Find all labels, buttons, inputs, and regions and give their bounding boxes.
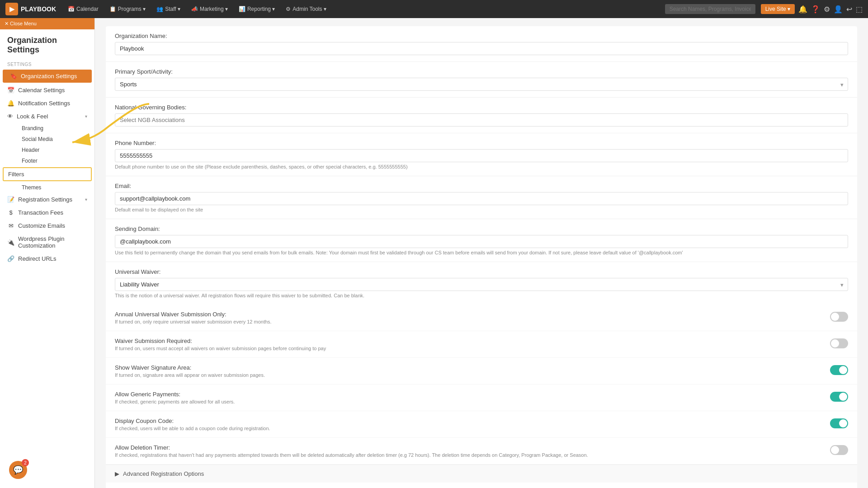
logo-icon: ▶ [5,3,18,15]
user-icon[interactable]: 👤 [834,5,843,14]
annual-waiver-toggle-row: Annual Universal Waiver Submission Only:… [106,305,857,331]
sidebar-label-filters: Filters [8,171,24,178]
sidebar-item-footer[interactable]: Footer [14,155,94,166]
sidebar: ✕ Close Menu Organization Settings SETTI… [0,18,95,488]
plugin-icon: 🔌 [7,239,14,246]
annual-waiver-label: Annual Universal Waiver Submission Only: [115,311,272,318]
sidebar-item-notification-settings[interactable]: 🔔 Notification Settings [0,97,94,110]
settings-icon[interactable]: ⚙ [824,5,830,14]
sidebar-item-themes[interactable]: Themes [14,182,94,193]
phone-label: Phone Number: [115,140,848,146]
universal-waiver-select[interactable]: Liability Waiver [115,278,848,291]
generic-payments-label: Allow Generic Payments: [115,391,235,398]
nav-calendar[interactable]: 📅 Calendar [63,4,103,14]
sending-domain-input[interactable] [115,235,848,248]
sidebar-label-branding: Branding [22,125,43,131]
sidebar-item-header[interactable]: Header [14,145,94,155]
deletion-timer-info: Allow Deletion Timer: If checked, regist… [115,444,588,458]
waiver-required-info: Waiver Submission Required: If turned on… [115,338,326,351]
email-group: Email: Default email to be displayed on … [106,176,857,219]
phone-input[interactable] [115,149,848,162]
look-feel-submenu: Branding Social Media Header Footer [0,123,94,166]
waiver-required-toggle[interactable] [830,338,848,348]
sidebar-item-wordpress[interactable]: 🔌 Wordpress Plugin Customization [0,232,94,252]
waiver-signature-toggle-row: Show Waiver Signature Area: If turned on… [106,358,857,385]
chevron-icon: ▾ [85,114,87,119]
sidebar-item-customize-emails[interactable]: ✉ Customize Emails [0,219,94,232]
sidebar-label-calendar: Calendar Settings [18,87,65,94]
notifications-icon[interactable]: 🔔 [798,5,807,14]
universal-waiver-select-wrapper: Liability Waiver [115,278,848,291]
coupon-code-info: Display Coupon Code: If checked, users w… [115,418,270,431]
dollar-icon: $ [7,209,14,216]
nav-programs[interactable]: 📋 Programs ▾ [105,4,150,14]
chevron-reg-icon: ▾ [85,197,87,202]
link-icon: 🔗 [7,255,14,262]
waiver-required-label: Waiver Submission Required: [115,338,326,344]
email-label: Email: [115,183,848,189]
sidebar-item-calendar-settings[interactable]: 📅 Calendar Settings [0,84,94,97]
phone-hint: Default phone number to use on the site … [115,164,848,169]
chat-badge: 2 [22,459,29,466]
annual-waiver-toggle[interactable] [830,312,848,322]
sidebar-item-organization-settings[interactable]: 🔖 Organization Settings [3,70,92,83]
waiver-signature-toggle[interactable] [830,365,848,375]
coupon-code-label: Display Coupon Code: [115,418,270,424]
sidebar-label-themes: Themes [22,184,41,191]
sidebar-title: Organization Settings [0,29,94,58]
advanced-label: Advanced Registration Options [123,470,204,477]
exit-icon[interactable]: ⬚ [856,5,863,14]
sidebar-label-notification: Notification Settings [18,100,70,107]
sidebar-item-look-feel[interactable]: 👁 Look & Feel ▾ [0,110,94,123]
nav-reporting[interactable]: 📊 Reporting ▾ [234,4,279,14]
sidebar-item-transaction-fees[interactable]: $ Transaction Fees [0,206,94,219]
sidebar-item-branding[interactable]: Branding [14,123,94,134]
sidebar-item-registration-settings[interactable]: 📝 Registration Settings ▾ [0,193,94,206]
settings-section-label: SETTINGS [0,58,94,69]
live-site-button[interactable]: Live Site ▾ [761,4,795,14]
sending-domain-hint: Use this field to permanently change the… [115,250,848,255]
coupon-code-toggle[interactable] [830,418,848,428]
governing-bodies-input[interactable] [115,113,848,127]
sidebar-item-redirect-urls[interactable]: 🔗 Redirect URLs [0,252,94,265]
close-menu-button[interactable]: ✕ Close Menu [0,18,94,29]
chat-widget[interactable]: 2 💬 [9,461,27,479]
org-name-input[interactable] [115,42,848,55]
coupon-code-desc: If checked, users will be able to add a … [115,426,270,431]
sidebar-item-social-media[interactable]: Social Media [14,134,94,145]
deletion-timer-desc: If checked, registrations that haven't h… [115,452,588,458]
app-logo[interactable]: ▶ PLAYBOOK [5,3,56,15]
main-content: Organization Settings ? Organization Nam… [95,0,868,488]
global-search[interactable] [665,4,755,14]
universal-waiver-label: Universal Waiver: [115,268,848,275]
advanced-registration-options[interactable]: ▶ Advanced Registration Options [106,465,857,483]
primary-sport-group: Primary Sport/Activity: Sports Arts Educ… [106,62,857,97]
primary-sport-select[interactable]: Sports Arts Education Fitness [115,78,848,91]
governing-bodies-group: National Governing Bodies: [106,98,857,133]
deletion-timer-toggle[interactable] [830,445,848,455]
sidebar-label-registration: Registration Settings [18,196,72,203]
email-input[interactable] [115,192,848,205]
org-name-group: Organization Name: [106,26,857,61]
sidebar-label-header: Header [22,147,39,153]
sidebar-label-customize-emails: Customize Emails [18,222,65,229]
nav-admin-tools[interactable]: ⚙ Admin Tools ▾ [281,4,330,14]
email-icon: ✉ [7,222,14,229]
app-name: PLAYBOOK [21,5,56,13]
annual-waiver-desc: If turned on, only require universal wai… [115,319,272,324]
generic-payments-desc: If checked, generic payments are allowed… [115,399,235,404]
eye-icon: 👁 [7,113,13,120]
nav-staff[interactable]: 👥 Staff ▾ [152,4,185,14]
sidebar-label-social: Social Media [22,136,53,142]
deletion-timer-toggle-row: Allow Deletion Timer: If checked, regist… [106,438,857,465]
generic-payments-toggle[interactable] [830,392,848,402]
sidebar-item-filters[interactable]: Filters [3,167,92,181]
sidebar-label-footer: Footer [22,158,38,164]
nav-marketing[interactable]: 📣 Marketing ▾ [187,4,232,14]
sidebar-label-redirect: Redirect URLs [18,255,57,262]
undo-icon[interactable]: ↩ [846,5,852,14]
primary-sport-select-wrapper: Sports Arts Education Fitness [115,78,848,91]
sending-domain-label: Sending Domain: [115,225,848,232]
help-icon[interactable]: ❓ [811,5,820,14]
primary-sport-label: Primary Sport/Activity: [115,68,848,75]
